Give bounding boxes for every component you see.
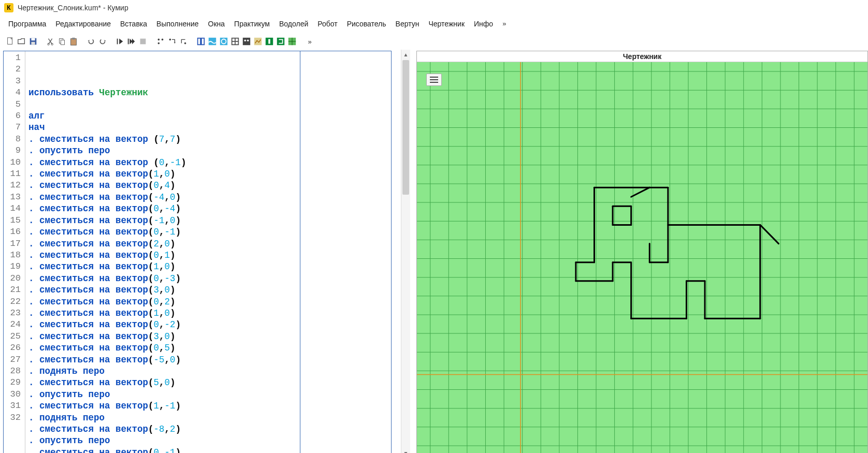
code-line[interactable]: . опустить перо bbox=[28, 435, 391, 446]
actor4-icon[interactable] bbox=[230, 36, 240, 47]
run-icon[interactable] bbox=[115, 36, 125, 47]
menu-chertezhnik[interactable]: Чертежник bbox=[424, 18, 469, 30]
code-line[interactable]: алг bbox=[28, 110, 391, 122]
code-line[interactable]: . сместиться на вектор(5,0) bbox=[28, 377, 391, 388]
canvas-hamburger-icon[interactable] bbox=[426, 74, 442, 86]
code-line[interactable]: нач bbox=[28, 122, 391, 133]
line-number: 18 bbox=[4, 250, 21, 261]
code-line[interactable]: . опустить перо bbox=[28, 145, 391, 156]
new-file-icon[interactable] bbox=[5, 36, 16, 47]
editor-scrollbar[interactable]: ▲ ▼ bbox=[401, 50, 410, 453]
code-line[interactable]: использовать Чертежник bbox=[28, 87, 391, 98]
step-out-icon[interactable] bbox=[178, 36, 189, 47]
canvas-pane: Чертежник bbox=[416, 51, 868, 453]
menu-windows[interactable]: Окна bbox=[204, 18, 229, 30]
actor6-icon[interactable] bbox=[253, 36, 263, 47]
code-line[interactable]: . сместиться на вектор(0,-1) bbox=[28, 447, 391, 453]
line-number: 29 bbox=[4, 377, 21, 388]
main-area: 1234567891011121314151617181920212223242… bbox=[0, 50, 868, 453]
svg-point-17 bbox=[184, 42, 186, 45]
save-icon[interactable] bbox=[28, 36, 38, 47]
code-line[interactable]: . сместиться на вектор(0,-4) bbox=[28, 203, 391, 214]
code-line[interactable]: . сместиться на вектор(3,0) bbox=[28, 284, 391, 296]
code-line[interactable]: . сместиться на вектор(0,-1) bbox=[28, 226, 391, 238]
code-line[interactable]: . сместиться на вектор(0,-3) bbox=[28, 273, 391, 284]
actor2-icon[interactable] bbox=[207, 36, 218, 47]
redo-icon[interactable] bbox=[97, 36, 108, 47]
menu-bar: Программа Редактирование Вставка Выполне… bbox=[0, 16, 868, 34]
menu-program[interactable]: Программа bbox=[4, 18, 50, 30]
code-line[interactable]: . сместиться на вектор(-4,0) bbox=[28, 192, 391, 203]
undo-icon[interactable] bbox=[86, 36, 96, 47]
menu-robot[interactable]: Робот bbox=[313, 18, 341, 30]
line-number: 10 bbox=[4, 157, 21, 168]
actor5-icon[interactable] bbox=[241, 36, 252, 47]
stop-icon[interactable] bbox=[138, 36, 148, 47]
code-editor[interactable]: использовать Чертежник алгнач. сместитьс… bbox=[25, 51, 391, 453]
code-line[interactable]: . сместиться на вектор(0,1) bbox=[28, 250, 391, 261]
code-line[interactable]: . сместиться на вектор(0,-2) bbox=[28, 319, 391, 330]
svg-rect-29 bbox=[243, 38, 250, 45]
cut-icon[interactable] bbox=[46, 36, 56, 47]
code-line[interactable] bbox=[28, 99, 391, 110]
titlebar: К Чертежник_Слоник.kum* - Кумир bbox=[0, 0, 868, 16]
app-icon: К bbox=[4, 3, 13, 12]
menu-insert[interactable]: Вставка bbox=[116, 18, 151, 30]
step-icon[interactable] bbox=[155, 36, 166, 47]
line-number: 7 bbox=[4, 122, 21, 133]
code-line[interactable]: . сместиться на вектор(-5,0) bbox=[28, 354, 391, 366]
line-number: 9 bbox=[4, 145, 21, 156]
line-gutter: 1234567891011121314151617181920212223242… bbox=[4, 51, 25, 453]
code-line[interactable]: . сместиться на вектор(1,0) bbox=[28, 261, 391, 272]
menu-vodoley[interactable]: Водолей bbox=[275, 18, 312, 30]
line-number: 13 bbox=[4, 192, 21, 203]
menu-more[interactable]: » bbox=[498, 18, 510, 30]
paste-icon[interactable] bbox=[68, 36, 79, 47]
code-line[interactable]: . сместиться на вектор(-8,2) bbox=[28, 423, 391, 435]
menu-vertun[interactable]: Вертун bbox=[392, 18, 424, 30]
code-line[interactable]: . сместиться на вектор (7,7) bbox=[28, 134, 391, 145]
toolbar: » bbox=[0, 34, 868, 50]
actor1-icon[interactable] bbox=[196, 36, 206, 47]
open-file-icon[interactable] bbox=[17, 36, 27, 47]
svg-point-30 bbox=[244, 39, 247, 41]
menu-risovatel[interactable]: Рисователь bbox=[343, 18, 390, 30]
code-line[interactable]: . сместиться на вектор (0,-1) bbox=[28, 157, 391, 168]
editor-split-divider[interactable] bbox=[300, 51, 300, 453]
step-into-icon[interactable] bbox=[167, 36, 177, 47]
svg-rect-27 bbox=[233, 42, 235, 45]
code-line[interactable]: . сместиться на вектор(0,5) bbox=[28, 342, 391, 354]
svg-rect-3 bbox=[31, 42, 35, 45]
code-line[interactable]: . сместиться на вектор(0,2) bbox=[28, 296, 391, 308]
menu-info[interactable]: Инфо bbox=[470, 18, 497, 30]
copy-icon[interactable] bbox=[57, 36, 67, 47]
actor8-icon[interactable] bbox=[276, 36, 286, 47]
svg-rect-10 bbox=[117, 39, 118, 45]
scroll-up-icon[interactable]: ▲ bbox=[401, 50, 410, 59]
code-line[interactable]: . сместиться на вектор(0,4) bbox=[28, 180, 391, 191]
menu-execute[interactable]: Выполнение bbox=[152, 18, 202, 30]
scroll-down-icon[interactable]: ▼ bbox=[401, 448, 410, 453]
actor9-icon[interactable] bbox=[287, 36, 297, 47]
code-line[interactable]: . поднять перо bbox=[28, 412, 391, 423]
actor7-icon[interactable] bbox=[264, 36, 274, 47]
menu-praktikum[interactable]: Практикум bbox=[230, 18, 274, 30]
actor3-icon[interactable] bbox=[219, 36, 229, 47]
drawing-canvas[interactable] bbox=[417, 62, 867, 453]
toolbar-more[interactable]: » bbox=[305, 36, 315, 47]
svg-rect-28 bbox=[236, 42, 238, 45]
code-line[interactable]: . опустить перо bbox=[28, 389, 391, 400]
code-line[interactable]: . сместиться на вектор(3,0) bbox=[28, 331, 391, 342]
code-line[interactable]: . сместиться на вектор(-1,0) bbox=[28, 215, 391, 226]
svg-rect-20 bbox=[202, 39, 204, 45]
code-line[interactable]: . сместиться на вектор(2,0) bbox=[28, 238, 391, 250]
line-number: 15 bbox=[4, 215, 21, 226]
line-number: 16 bbox=[4, 226, 21, 238]
code-line[interactable]: . поднять перо bbox=[28, 366, 391, 377]
run-fast-icon[interactable] bbox=[126, 36, 137, 47]
menu-edit[interactable]: Редактирование bbox=[51, 18, 115, 30]
scrollbar-thumb[interactable] bbox=[402, 60, 409, 195]
code-line[interactable]: . сместиться на вектор(1,-1) bbox=[28, 400, 391, 412]
code-line[interactable]: . сместиться на вектор(1,0) bbox=[28, 168, 391, 180]
code-line[interactable]: . сместиться на вектор(1,0) bbox=[28, 308, 391, 319]
